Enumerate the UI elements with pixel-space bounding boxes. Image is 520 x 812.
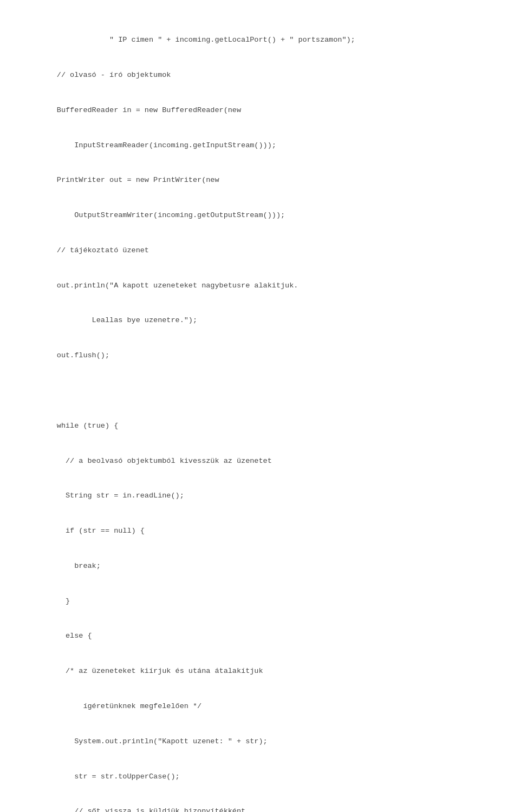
- code-line: // a beolvasó objektumból kivesszük az ü…: [22, 455, 504, 467]
- code-line: [22, 385, 504, 397]
- code-line: out.println("A kapott uzeneteket nagybet…: [22, 280, 504, 292]
- code-line: " IP cimen " + incoming.getLocalPort() +…: [22, 34, 504, 46]
- code-line: OutputStreamWriter(incoming.getOutputStr…: [22, 209, 504, 221]
- code-line: Leallas bye uzenetre.");: [22, 315, 504, 326]
- code-line: }: [22, 595, 504, 607]
- code-line: if (str == null) {: [22, 525, 504, 537]
- code-line: PrintWriter out = new PrintWriter(new: [22, 174, 504, 186]
- code-line: break;: [22, 560, 504, 572]
- code-line: // olvasó - író objektumok: [22, 69, 504, 81]
- code-line-flush: out.flush();: [22, 350, 504, 362]
- code-line: else {: [22, 630, 504, 642]
- code-line: /* az üzeneteket kiírjuk és utána átalak…: [22, 665, 504, 677]
- code-line: InputStreamReader(incoming.getInputStrea…: [22, 140, 504, 152]
- code-line: BufferedReader in = new BufferedReader(n…: [22, 104, 504, 116]
- code-line: while (true) {: [22, 420, 504, 432]
- code-line: // sőt vissza is küldjük bizonyítékként: [22, 806, 504, 812]
- code-line: String str = in.readLine();: [22, 490, 504, 502]
- code-line: str = str.toUpperCase();: [22, 771, 504, 783]
- code-line: System.out.println("Kapott uzenet: " + s…: [22, 736, 504, 748]
- code-line: ígéretünknek megfelelően */: [22, 700, 504, 712]
- code-line: // tájékoztató üzenet: [22, 245, 504, 257]
- page-content: " IP cimen " + incoming.getLocalPort() +…: [0, 0, 520, 812]
- code-block-server: " IP cimen " + incoming.getLocalPort() +…: [22, 11, 504, 812]
